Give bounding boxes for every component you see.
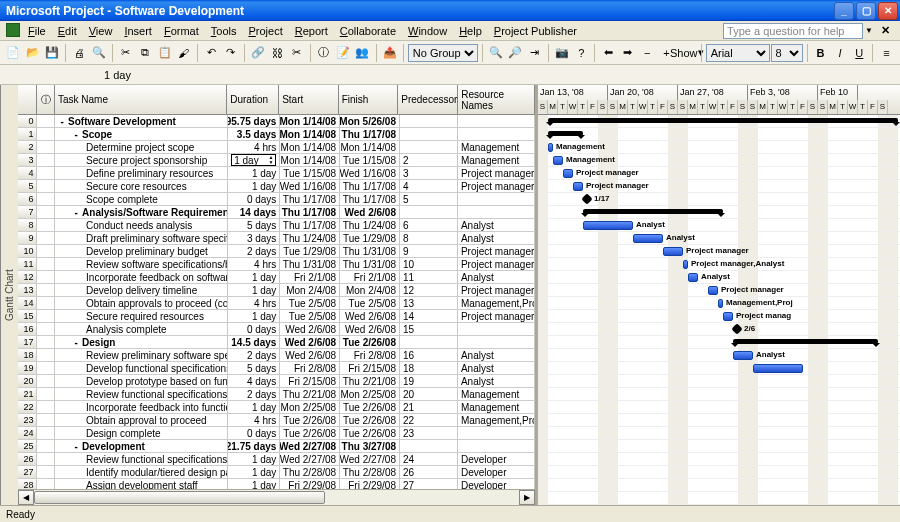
copy-picture-icon[interactable]: 📷 (553, 43, 571, 63)
publish-icon[interactable]: 📤 (381, 43, 399, 63)
menu-format[interactable]: Format (158, 23, 205, 39)
underline-button[interactable]: U (850, 43, 868, 63)
assign-icon[interactable]: 👥 (353, 43, 371, 63)
gantt-bar[interactable] (553, 156, 563, 165)
table-row[interactable]: 20Develop prototype based on functional … (18, 375, 535, 388)
font-size-select[interactable]: 8 (771, 44, 803, 62)
table-row[interactable]: 3Secure project sponsorship1 day▲▼Mon 1/… (18, 154, 535, 167)
gantt-bar[interactable] (573, 182, 583, 191)
table-row[interactable]: 18Review preliminary software specificat… (18, 349, 535, 362)
gantt-bar[interactable] (683, 260, 688, 269)
gantt-bar[interactable] (583, 221, 633, 230)
table-row[interactable]: 27Identify modular/tiered design paramet… (18, 466, 535, 479)
table-row[interactable]: 15Secure required resources1 dayTue 2/5/… (18, 310, 535, 323)
table-row[interactable]: 19Develop functional specifications5 day… (18, 362, 535, 375)
cut-icon[interactable]: ✂ (117, 43, 135, 63)
table-row[interactable]: 0-Software Development95.75 daysMon 1/14… (18, 115, 535, 128)
table-row[interactable]: 21Review functional specifications2 days… (18, 388, 535, 401)
gantt-bar[interactable] (723, 312, 733, 321)
menu-file[interactable]: File (22, 23, 52, 39)
mdi-close-button[interactable]: ✕ (875, 22, 896, 39)
italic-button[interactable]: I (831, 43, 849, 63)
info-icon[interactable]: ⓘ (315, 43, 333, 63)
gantt-bar[interactable] (583, 209, 723, 214)
menu-window[interactable]: Window (402, 23, 453, 39)
help-search-input[interactable] (723, 23, 863, 39)
header-finish[interactable]: Finish (339, 85, 399, 114)
gantt-bar[interactable] (688, 273, 698, 282)
table-row[interactable]: 25-Development21.75 daysWed 2/27/08Thu 3… (18, 440, 535, 453)
header-duration[interactable]: Duration (227, 85, 279, 114)
table-row[interactable]: 9Draft preliminary software specificatio… (18, 232, 535, 245)
menu-insert[interactable]: Insert (118, 23, 158, 39)
paste-icon[interactable]: 📋 (155, 43, 173, 63)
table-row[interactable]: 16Analysis complete0 daysWed 2/6/08Wed 2… (18, 323, 535, 336)
new-icon[interactable]: 📄 (4, 43, 22, 63)
group-select[interactable]: No Group (408, 44, 478, 62)
indent-icon[interactable]: ➡ (619, 43, 637, 63)
gantt-bar[interactable] (581, 193, 592, 204)
table-row[interactable]: 4Define preliminary resources1 dayTue 1/… (18, 167, 535, 180)
header-predecessors[interactable]: Predecessors (398, 85, 458, 114)
gantt-bar[interactable] (733, 351, 753, 360)
gantt-bar[interactable] (548, 143, 553, 152)
font-select[interactable]: Arial (706, 44, 770, 62)
menu-edit[interactable]: Edit (52, 23, 83, 39)
copy-icon[interactable]: ⧉ (136, 43, 154, 63)
close-button[interactable]: ✕ (878, 2, 898, 20)
table-row[interactable]: 12Incorporate feedback on software spec1… (18, 271, 535, 284)
grid-scrollbar-h[interactable]: ◀ ▶ (18, 489, 535, 505)
link-icon[interactable]: 🔗 (249, 43, 267, 63)
gantt-bar[interactable] (753, 364, 803, 373)
table-row[interactable]: 11Review software specifications/budget4… (18, 258, 535, 271)
gantt-bar[interactable] (733, 339, 878, 344)
scroll-right-icon[interactable]: ▶ (519, 490, 535, 505)
menu-project-publisher[interactable]: Project Publisher (488, 23, 583, 39)
print-icon[interactable]: 🖨 (70, 43, 88, 63)
menu-tools[interactable]: Tools (205, 23, 243, 39)
gantt-bar[interactable] (708, 286, 718, 295)
table-row[interactable]: 8Conduct needs analysis5 daysThu 1/17/08… (18, 219, 535, 232)
table-row[interactable]: 2Determine project scope4 hrsMon 1/14/08… (18, 141, 535, 154)
table-row[interactable]: 23Obtain approval to proceed4 hrsTue 2/2… (18, 414, 535, 427)
open-icon[interactable]: 📂 (23, 43, 41, 63)
gantt-bar[interactable] (633, 234, 663, 243)
zoom-out-icon[interactable]: 🔍 (487, 43, 505, 63)
maximize-button[interactable]: ▢ (856, 2, 876, 20)
table-row[interactable]: 24Design complete0 daysTue 2/26/08Tue 2/… (18, 427, 535, 440)
show-button[interactable]: Show▾ (677, 43, 697, 63)
table-row[interactable]: 6Scope complete0 daysThu 1/17/08Thu 1/17… (18, 193, 535, 206)
table-row[interactable]: 13Develop delivery timeline1 dayMon 2/4/… (18, 284, 535, 297)
outdent-icon[interactable]: ⬅ (599, 43, 617, 63)
header-info[interactable]: ⓘ (37, 85, 55, 114)
duration-edit-cell[interactable]: 1 day▲▼ (231, 154, 276, 166)
table-row[interactable]: 1-Scope3.5 daysMon 1/14/08Thu 1/17/08 (18, 128, 535, 141)
bold-button[interactable]: B (811, 43, 829, 63)
gantt-bar[interactable] (548, 118, 898, 123)
header-rownum[interactable] (18, 85, 37, 114)
save-icon[interactable]: 💾 (43, 43, 61, 63)
goto-task-icon[interactable]: ⇥ (525, 43, 543, 63)
table-row[interactable]: 5Secure core resources1 dayWed 1/16/08Th… (18, 180, 535, 193)
gantt-bar[interactable] (563, 169, 573, 178)
zoom-in-icon[interactable]: 🔎 (506, 43, 524, 63)
collapse-icon[interactable]: − (638, 43, 656, 63)
align-left-icon[interactable]: ≡ (877, 43, 895, 63)
menu-collaborate[interactable]: Collaborate (334, 23, 402, 39)
table-row[interactable]: 10Develop preliminary budget2 daysTue 1/… (18, 245, 535, 258)
gantt-bar[interactable] (718, 299, 723, 308)
help-icon[interactable]: ? (572, 43, 590, 63)
gantt-chart-tab[interactable]: Gantt Chart (0, 85, 18, 505)
scroll-left-icon[interactable]: ◀ (18, 490, 34, 505)
table-row[interactable]: 26Review functional specifications1 dayW… (18, 453, 535, 466)
header-taskname[interactable]: Task Name (55, 85, 227, 114)
header-start[interactable]: Start (279, 85, 339, 114)
table-row[interactable]: 17-Design14.5 daysWed 2/6/08Tue 2/26/08 (18, 336, 535, 349)
table-row[interactable]: 28Assign development staff1 dayFri 2/29/… (18, 479, 535, 489)
spinner-buttons[interactable]: ▲▼ (268, 155, 273, 165)
table-row[interactable]: 22Incorporate feedback into functional s… (18, 401, 535, 414)
undo-icon[interactable]: ↶ (202, 43, 220, 63)
format-painter-icon[interactable]: 🖌 (175, 43, 193, 63)
redo-icon[interactable]: ↷ (221, 43, 239, 63)
gantt-bar[interactable] (731, 323, 742, 334)
